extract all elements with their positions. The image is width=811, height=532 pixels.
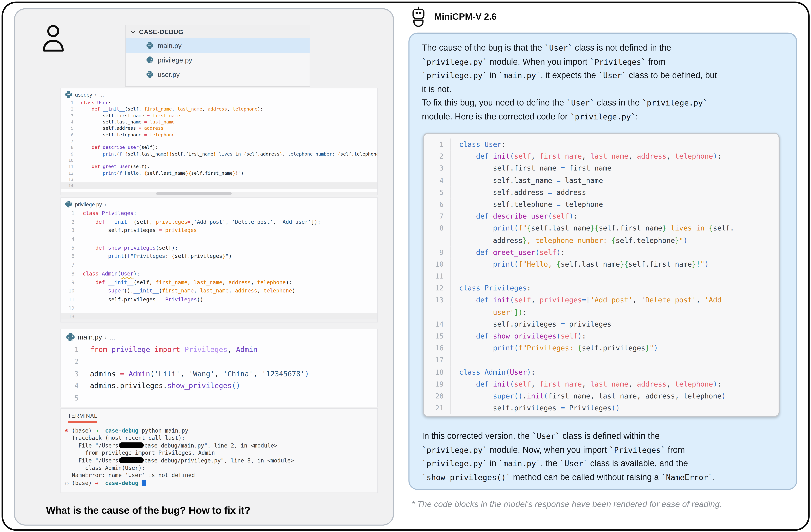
terminal-line: class Admin(User):	[65, 465, 374, 472]
terminal-tab-active-indicator	[68, 421, 97, 422]
terminal-line: NameError: name 'User' is not defined	[65, 472, 374, 480]
code-line: 4 self.last_name = last_name	[424, 174, 779, 186]
code-line: 13	[61, 176, 378, 183]
code-line: 10 print(f"Hello, {self.last_name}{self.…	[424, 259, 779, 270]
code-line: 14 self.privileges = privileges	[424, 318, 779, 330]
code-line: 3admins = Admin('Lili', 'Wang', 'China',…	[61, 368, 378, 380]
code-line: 17	[424, 354, 779, 366]
terminal-line: from privilege import Privileges, Admin	[65, 450, 374, 457]
code-line: 9 def __init__(self, first_name, last_na…	[61, 278, 378, 287]
code-line: 10	[61, 157, 378, 163]
redaction-box	[119, 457, 144, 463]
code-line: 5 self.address = address	[424, 186, 779, 198]
code-line: 5	[61, 392, 378, 404]
file-name: user.py	[158, 71, 180, 78]
code-line: 8 def describe_user(self):	[61, 144, 378, 151]
response-text-line: In this corrected version, the `User` cl…	[422, 429, 786, 443]
terminal-line: ○ (base) → case-debug	[65, 480, 374, 487]
response-text-line: module. Here is the corrected code for `…	[422, 110, 786, 124]
python-icon	[147, 71, 154, 78]
response-intro-text: The cause of the bug is that the `User` …	[422, 41, 786, 124]
code-line: address}, telephone number: {self.teleph…	[424, 234, 779, 246]
response-text-line: `privilege.py` module. When you import `…	[422, 55, 786, 69]
code-line: 15 def show_privileges(self):	[424, 330, 779, 342]
chevron-down-icon	[130, 30, 136, 34]
explorer-file-main.py[interactable]: main.py	[126, 38, 310, 53]
python-icon	[65, 91, 73, 98]
response-text-line: it is not.	[422, 83, 786, 96]
python-icon	[147, 42, 154, 49]
code-line: 13 def init(self, privileges=['Add post'…	[424, 294, 779, 306]
code-line: 12 print(f"Hello, {self.last_name}{self.…	[61, 170, 378, 176]
response-text-line: `show_privileges()` method can be called…	[422, 471, 786, 485]
code-line: 4admins.privileges.show_privileges()	[61, 380, 378, 392]
code-line: 2 def __init__(self, privileges=['Add po…	[61, 218, 378, 226]
code-area: 1class User:2 def __init__(self, first_n…	[61, 100, 378, 189]
code-line: 10 super().__init__(first_name, last_nam…	[61, 287, 378, 296]
terminal-tab-label[interactable]: TERMINAL	[68, 413, 97, 419]
breadcrumb: main.py › …	[61, 329, 378, 344]
vscode-screenshot-card: CASE-DEBUG main.pyprivilege.pyuser.py us…	[14, 8, 394, 526]
code-line: 11 def greet_user(self):	[61, 163, 378, 170]
code-line: 19 def init(self, first_name, last_name,…	[424, 378, 779, 390]
rendered-code-block: 1class User:2 def init(self, first_name,…	[423, 133, 780, 417]
code-line: 20 super().init(first_name, last_name, a…	[424, 390, 779, 402]
editor-user-py: user.py › … 1class User:2 def __init__(s…	[61, 88, 378, 195]
code-line: 5 self.address = address	[61, 125, 378, 132]
code-line: 5 def show_privileges(self):	[61, 244, 378, 252]
footnote-text: * The code blocks in the model's respons…	[412, 499, 722, 509]
code-line: 4 self.last_name = last_name	[61, 119, 378, 125]
terminal-line: ⊗ (base) → case-debug python main.py	[65, 427, 374, 435]
terminal-line: Traceback (most recent call last):	[65, 435, 374, 442]
horizontal-scrollbar[interactable]	[61, 192, 378, 195]
code-area: 1from privilege import Privileges, Admin…	[61, 344, 378, 404]
model-header: MiniCPM-V 2.6	[410, 6, 497, 27]
file-explorer: CASE-DEBUG main.pyprivilege.pyuser.py	[125, 25, 310, 87]
code-line: 9 def greet_user(self):	[424, 247, 779, 259]
response-text-line: `privilege.py` in `main.py`, it expects …	[422, 69, 786, 83]
code-line: 4	[61, 235, 378, 244]
code-line: 7	[61, 138, 378, 144]
breadcrumb: user.py › …	[61, 88, 378, 100]
code-line: 12class Privileges:	[424, 282, 779, 294]
question-text: What is the cause of the bug? How to fix…	[46, 504, 250, 516]
response-text-line: `privilege.py` in `main.py`, the `User` …	[422, 457, 786, 471]
terminal-output: ⊗ (base) → case-debug python main.py Tra…	[65, 427, 374, 487]
file-name: privilege.py	[158, 56, 192, 64]
code-line: 8 print(f"{self.last_name}{self.first_na…	[424, 222, 779, 234]
code-line: 12	[61, 304, 378, 313]
code-line: 1class User:	[424, 139, 779, 151]
explorer-file-list: main.pyprivilege.pyuser.py	[126, 38, 310, 82]
explorer-file-user.py[interactable]: user.py	[126, 67, 310, 82]
code-line: 7 def describe_user(self):	[424, 210, 779, 222]
explorer-root-folder[interactable]: CASE-DEBUG	[126, 25, 310, 38]
model-name: MiniCPM-V 2.6	[434, 11, 496, 22]
code-line: 7	[61, 261, 378, 270]
code-line: 1class User:	[61, 100, 378, 106]
scrollbar-thumb[interactable]	[156, 192, 232, 195]
breadcrumb-filename: user.py	[75, 92, 92, 97]
figure: CASE-DEBUG main.pyprivilege.pyuser.py us…	[0, 0, 811, 532]
robot-icon	[410, 6, 428, 27]
python-icon	[65, 201, 73, 208]
horizontal-scrollbar[interactable]	[61, 319, 378, 322]
explorer-root-label: CASE-DEBUG	[139, 28, 184, 35]
python-icon	[147, 56, 154, 63]
code-line: 3 self.first_name = first_name	[61, 112, 378, 119]
code-line: 16 print(f"Privileges: {self.privileges}…	[424, 342, 779, 354]
terminal-cursor[interactable]	[142, 480, 146, 486]
code-line: 6 print(f"Privileges: {self.privileges}"…	[61, 252, 378, 261]
code-line: 11 self.privileges = Privileges()	[61, 296, 378, 304]
breadcrumb-filename: privilege.py	[75, 201, 102, 207]
code-line: 2	[61, 356, 378, 368]
terminal-line: File "/Userscase-debug/main.py", line 2,…	[65, 442, 374, 450]
response-text-line: To fix this bug, you need to define the …	[422, 96, 786, 110]
file-name: main.py	[158, 42, 182, 49]
explorer-file-privilege.py[interactable]: privilege.py	[126, 53, 310, 67]
editor-privilege-py: privilege.py › … 1class Privileges:2 def…	[61, 198, 378, 323]
code-line: 14	[61, 183, 378, 189]
response-outro-text: In this corrected version, the `User` cl…	[422, 429, 786, 485]
code-line: 2 def __init__(self, first_name, last_na…	[61, 106, 378, 112]
code-line: 18class Admin(User):	[424, 366, 779, 378]
python-icon	[66, 333, 75, 342]
